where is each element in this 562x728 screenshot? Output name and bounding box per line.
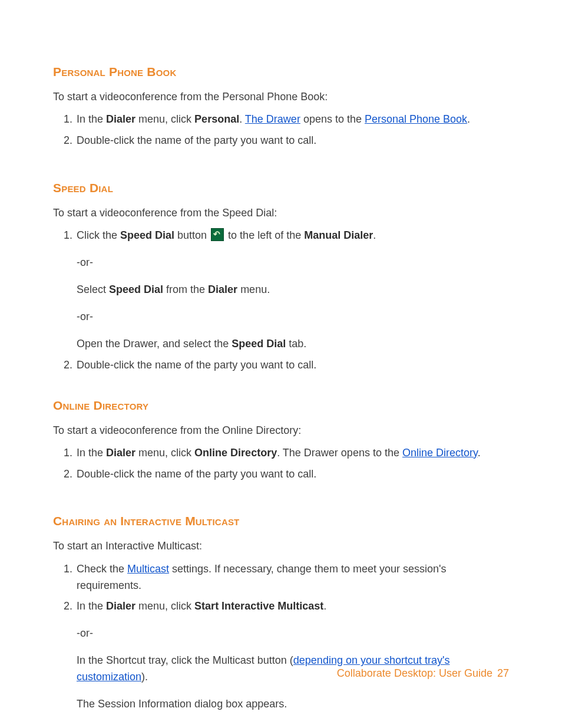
bold-dialer: Dialer [106, 447, 135, 459]
cm-step-2: In the Dialer menu, click Start Interact… [75, 598, 509, 712]
text: Select [77, 284, 109, 295]
intro-ppb: To start a videoconference from the Pers… [53, 90, 509, 104]
link-personal-phone-book[interactable]: Personal Phone Book [365, 113, 467, 125]
text: In the [77, 447, 106, 459]
text: opens to the [300, 113, 365, 125]
speed-dial-icon [211, 228, 224, 241]
text: In the [77, 113, 106, 125]
intro-od: To start a videoconference from the Onli… [53, 423, 509, 438]
or-separator: -or- [77, 309, 509, 325]
bold-online-directory: Online Directory [194, 447, 277, 459]
steps-ppb: In the Dialer menu, click Personal. The … [53, 111, 509, 149]
od-step-1: In the Dialer menu, click Online Directo… [75, 445, 509, 462]
text: tab. [286, 338, 306, 350]
text: In the [77, 600, 106, 612]
bold-speed-dial-tab: Speed Dial [232, 338, 286, 350]
bold-speed-dial: Speed Dial [109, 284, 163, 295]
text: Click the [77, 229, 120, 241]
heading-speed-dial: Speed Dial [53, 181, 509, 195]
bold-manual-dialer: Manual Dialer [304, 229, 373, 241]
text: button [174, 229, 210, 241]
text: from the [163, 284, 208, 295]
text: . The Drawer opens to the [277, 447, 402, 459]
od-step-2: Double-click the name of the party you w… [75, 466, 509, 483]
link-online-directory[interactable]: Online Directory [402, 447, 478, 459]
or-separator: -or- [77, 255, 509, 271]
text: In the Shortcut tray, click the Multicas… [77, 654, 293, 666]
heading-online-directory: Online Directory [53, 398, 509, 413]
text: . [239, 113, 245, 125]
ppb-step-2: Double-click the name of the party you w… [75, 133, 509, 149]
text: . [478, 447, 481, 459]
intro-cm: To start an Interactive Multicast: [53, 539, 509, 554]
steps-cm: Check the Multicast settings. If necessa… [53, 561, 509, 713]
sd-alt-1: Select Speed Dial from the Dialer menu. [77, 282, 509, 298]
text: menu, click [135, 600, 194, 612]
or-separator: -or- [77, 625, 509, 642]
heading-chairing-multicast: Chairing an Interactive Multicast [53, 514, 509, 528]
text: menu. [237, 284, 270, 295]
steps-sd: Click the Speed Dial button to the left … [53, 228, 509, 373]
bold-personal: Personal [194, 113, 239, 125]
heading-personal-phone-book: Personal Phone Book [53, 65, 509, 79]
text: . [467, 113, 470, 125]
text: to the left of the [225, 229, 304, 241]
link-multicast[interactable]: Multicast [127, 563, 169, 575]
bold-speed-dial: Speed Dial [120, 229, 174, 241]
text: menu, click [135, 447, 194, 459]
bold-dialer: Dialer [106, 600, 135, 612]
footer-title: Collaborate Desktop: User Guide [337, 667, 492, 679]
text: Check the [77, 563, 127, 575]
cm-after: The Session Information dialog box appea… [77, 696, 509, 713]
bold-start-multicast: Start Interactive Multicast [194, 600, 323, 612]
link-the-drawer[interactable]: The Drawer [245, 113, 300, 125]
sd-alt-2: Open the Drawer, and select the Speed Di… [77, 336, 509, 353]
text: ). [141, 671, 148, 683]
text: . [373, 229, 376, 241]
text: . [323, 600, 326, 612]
page-number: 27 [497, 667, 509, 679]
ppb-step-1: In the Dialer menu, click Personal. The … [75, 111, 509, 128]
bold-dialer: Dialer [208, 284, 237, 295]
sd-step-1: Click the Speed Dial button to the left … [75, 228, 509, 352]
sd-step-2: Double-click the name of the party you w… [75, 357, 509, 374]
cm-step-1: Check the Multicast settings. If necessa… [75, 561, 509, 594]
text: Open the Drawer, and select the [77, 338, 232, 350]
steps-od: In the Dialer menu, click Online Directo… [53, 445, 509, 483]
intro-sd: To start a videoconference from the Spee… [53, 206, 509, 220]
bold-dialer: Dialer [106, 113, 135, 125]
text: menu, click [135, 113, 194, 125]
footer: Collaborate Desktop: User Guide27 [337, 667, 509, 680]
